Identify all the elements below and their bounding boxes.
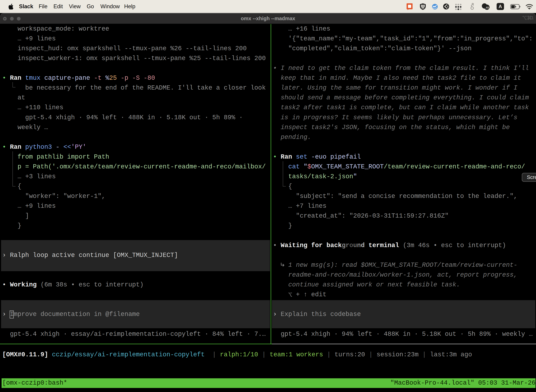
svg-text:1: 1 (531, 16, 534, 20)
svg-text:..61: ..61 (485, 6, 489, 9)
